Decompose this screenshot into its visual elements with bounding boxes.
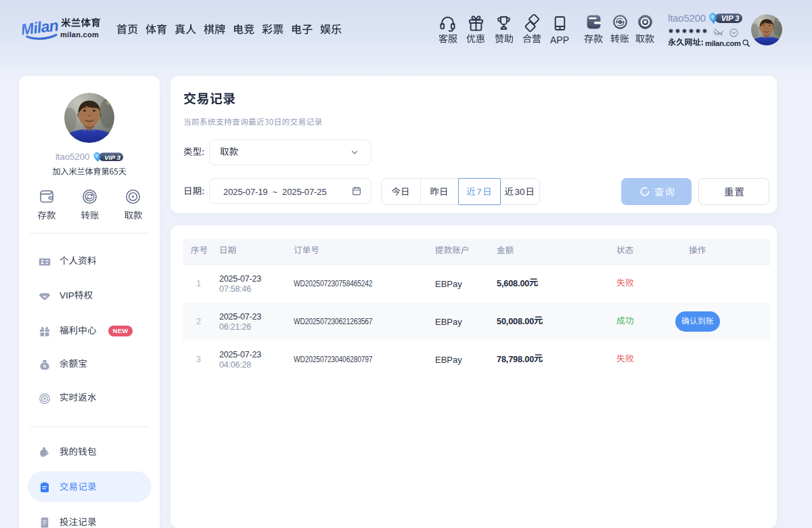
svg-text:VIP 3: VIP 3	[104, 154, 120, 161]
svg-text:VIP 3: VIP 3	[721, 14, 740, 22]
